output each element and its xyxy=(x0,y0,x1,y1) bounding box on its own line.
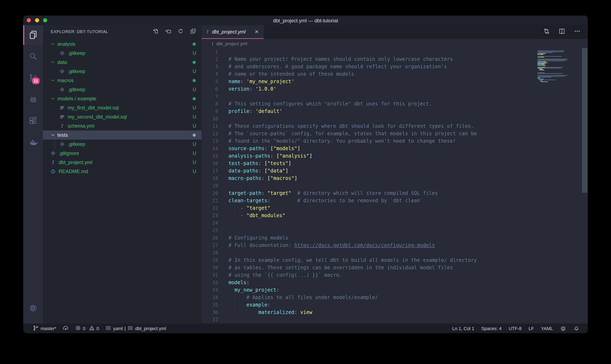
code-line: 8# This setting configures which "profil… xyxy=(202,100,588,107)
tree-item-readme.md[interactable]: README.mdU xyxy=(43,167,202,176)
minimap-line xyxy=(545,61,546,62)
code-editor[interactable]: 3736 materialized: view35 example:34 # A… xyxy=(202,48,588,324)
open-changes-button[interactable] xyxy=(543,28,550,36)
activity-item-source-control[interactable]: 11 xyxy=(23,68,43,88)
tree-item-.gitkeep[interactable]: .gitkeepU xyxy=(43,67,202,76)
tree-item-.gitkeep[interactable]: .gitkeepU xyxy=(43,140,202,149)
git-file-icon xyxy=(50,150,56,156)
line-number: 30 xyxy=(202,264,218,271)
code-token: : xyxy=(240,78,243,84)
activity-item-explorer[interactable] xyxy=(23,25,43,45)
tree-item-my-first-dbt-model.sql[interactable]: my_first_dbt_model.sqlU xyxy=(43,103,202,112)
list-selection-icon xyxy=(105,325,111,332)
line-number: 1 xyxy=(202,48,218,55)
minimap[interactable] xyxy=(538,50,579,132)
line-number: 20 xyxy=(202,189,218,197)
code-token: "target" xyxy=(247,205,270,211)
chevron-down-icon xyxy=(50,78,56,83)
yaml-warning-icon: ! xyxy=(59,123,65,129)
breadcrumb[interactable]: ! dbt_project.yml xyxy=(202,39,588,49)
tree-item-tests[interactable]: tests xyxy=(43,130,202,140)
tree-item-macros[interactable]: macros xyxy=(43,76,202,85)
code-line: 17data-paths: ["data"] xyxy=(202,167,588,175)
code-token xyxy=(228,302,247,308)
code-line: 35 example: xyxy=(202,301,588,309)
activity-item-search[interactable] xyxy=(23,47,43,66)
file-name: .gitkeep xyxy=(68,141,85,147)
feedback-smiley-button[interactable] xyxy=(560,325,566,332)
activity-item-debug[interactable] xyxy=(23,90,43,109)
status-item-language-mode[interactable]: YAML xyxy=(541,326,553,331)
editor-mode-status[interactable]: yaml | dbt_project.yml xyxy=(105,325,166,332)
status-item-cursor-position[interactable]: Ln 1, Col 1 xyxy=(452,326,474,331)
line-number: 27 xyxy=(202,242,218,249)
notifications-bell-button[interactable] xyxy=(573,325,580,332)
new-folder-button[interactable] xyxy=(165,28,171,35)
code-token: # Applies to all files under models/exam… xyxy=(247,295,378,300)
code-token: 'default' xyxy=(252,108,282,114)
activity-item-settings[interactable] xyxy=(23,299,43,318)
code-line: 22 - "target" xyxy=(202,204,588,212)
code-line: 28 xyxy=(202,249,588,257)
code-token xyxy=(228,309,259,315)
code-token: [" xyxy=(273,153,282,159)
minimap-line xyxy=(538,68,542,68)
code-line: 33 my_new_project: xyxy=(202,286,588,294)
activity-bar: 11 xyxy=(23,25,43,324)
code-token: data xyxy=(270,168,282,174)
tree-item-analysis[interactable]: analysis xyxy=(43,39,202,49)
code-token: [" xyxy=(261,168,270,174)
code-token: [" xyxy=(261,160,270,166)
status-item-encoding[interactable]: UTF-8 xyxy=(509,326,522,331)
tree-item-models-example[interactable]: models / example xyxy=(43,94,202,103)
activity-item-extensions[interactable] xyxy=(23,111,43,131)
code-line: 10 xyxy=(202,115,588,122)
editor-scrollbar[interactable] xyxy=(582,48,587,193)
git-modified-dot xyxy=(193,134,196,137)
minimap-line xyxy=(543,68,561,68)
git-untracked-badge: U xyxy=(193,123,196,129)
tree-item-.gitignore[interactable]: .gitignoreU xyxy=(43,149,202,158)
documentation-link[interactable]: https://docs.getdbt.com/docs/configuring… xyxy=(294,242,435,248)
refresh-button[interactable] xyxy=(178,28,184,35)
code-token: "dbt_modules" xyxy=(247,213,285,218)
minimap-line xyxy=(541,81,545,82)
status-item-indentation[interactable]: Spaces: 4 xyxy=(481,326,502,331)
modified-file-icon: ! xyxy=(207,29,208,35)
collapse-all-button[interactable] xyxy=(190,28,196,35)
minimap-line xyxy=(540,57,544,57)
tree-item-my-second-dbt-model.sql[interactable]: my_second_dbt_model.sqlU xyxy=(43,112,202,121)
breadcrumb-file[interactable]: dbt_project.yml xyxy=(216,41,247,47)
tree-item-.gitkeep[interactable]: .gitkeepU xyxy=(43,49,202,58)
more-actions-button[interactable] xyxy=(574,28,581,36)
code-line: 5name: 'my_new_project' xyxy=(202,78,588,85)
tree-item-data[interactable]: data xyxy=(43,58,202,67)
chevron-down-icon xyxy=(50,41,56,47)
code-token: '1.0.0' xyxy=(252,86,277,92)
code-token: target-path xyxy=(228,190,261,196)
minimap-line xyxy=(540,81,542,81)
minimap-line xyxy=(546,81,548,82)
activity-item-docker[interactable] xyxy=(23,133,43,152)
split-editor-button[interactable] xyxy=(558,28,565,36)
code-line: 23 - "dbt_modules" xyxy=(202,212,588,219)
file-tree: analysis.gitkeepUdata.gitkeepUmacros.git… xyxy=(43,39,202,176)
tab-dbt-project-yml[interactable]: ! dbt_project.yml ✕ xyxy=(202,25,264,39)
close-tab-icon[interactable]: ✕ xyxy=(255,29,259,35)
problems-status[interactable]: 0 0 xyxy=(75,325,99,332)
tree-item-dbt-project.yml[interactable]: !dbt_project.ymlU xyxy=(43,158,202,167)
code-line: 31# using the `{{ config(...) }}` macro. xyxy=(202,271,588,279)
line-number: 8 xyxy=(202,100,218,107)
tab-bar: ! dbt_project.yml ✕ xyxy=(202,25,588,39)
code-token: version xyxy=(228,86,249,92)
line-number: 32 xyxy=(202,279,218,286)
sync-changes-button[interactable] xyxy=(63,325,69,332)
tree-item-.gitkeep[interactable]: .gitkeepU xyxy=(43,85,202,94)
tree-item-schema.yml[interactable]: !schema.ymlU xyxy=(43,121,202,130)
code-token xyxy=(228,205,240,211)
new-file-button[interactable] xyxy=(153,28,159,35)
sql-file-icon xyxy=(59,114,65,120)
git-branch-status[interactable]: master* xyxy=(33,325,56,332)
status-item-eol[interactable]: LF xyxy=(528,326,534,331)
file-name: analysis xyxy=(57,41,75,47)
